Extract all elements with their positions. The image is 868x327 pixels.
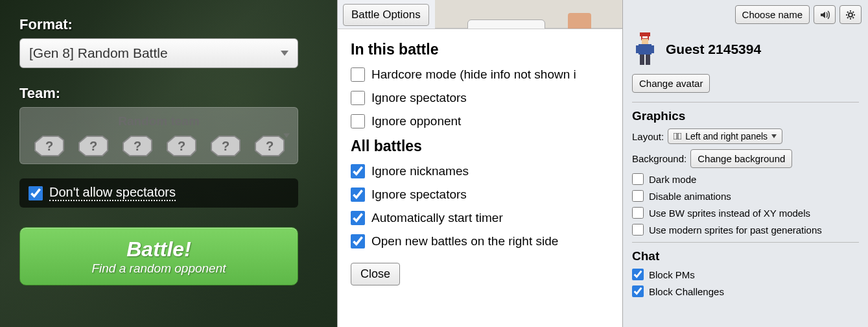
svg-point-6: [849, 13, 852, 17]
unknown-pokemon-icon: ?: [162, 131, 200, 158]
gear-icon: [845, 10, 856, 20]
sound-button[interactable]: [814, 5, 836, 24]
svg-rect-12: [650, 45, 654, 53]
battle-options-panel: Battle Options In this battle Hardcore m…: [337, 0, 622, 327]
svg-rect-9: [642, 39, 648, 44]
avatar: [632, 31, 658, 67]
svg-text:?: ?: [89, 139, 97, 153]
bw-sprites-checkbox[interactable]: [632, 207, 644, 219]
chevron-down-icon: [283, 134, 290, 138]
modern-sprites-checkbox[interactable]: [632, 224, 644, 236]
option-label: Ignore opponent: [371, 114, 461, 128]
option-row-bw-sprites[interactable]: Use BW sprites instead of XY models: [632, 207, 859, 219]
layout-row: Layout: Left and right panels: [632, 128, 859, 144]
team-select[interactable]: Random team ? ? ? ? ? ?: [19, 107, 298, 164]
option-label: Hardcore mode (hide info not shown i: [371, 67, 576, 82]
close-button[interactable]: Close: [351, 263, 400, 285]
auto-timer-checkbox[interactable]: [351, 211, 365, 225]
unknown-pokemon-icon: ?: [118, 131, 156, 158]
svg-text:?: ?: [45, 139, 53, 153]
divider: [632, 242, 859, 243]
change-avatar-button[interactable]: Change avatar: [632, 74, 710, 93]
svg-rect-13: [640, 54, 644, 65]
option-row-block-challenges[interactable]: Block Challenges: [632, 285, 859, 297]
option-label: Automatically start timer: [371, 211, 503, 225]
unknown-pokemon-icon: ?: [250, 131, 288, 158]
chat-heading: Chat: [632, 249, 859, 263]
option-label: Disable animations: [649, 191, 731, 202]
battle-button[interactable]: Battle! Find a random opponent: [19, 227, 298, 285]
ignore-nicknames-checkbox[interactable]: [351, 164, 365, 178]
unknown-pokemon-icon: ?: [206, 131, 244, 158]
ignore-opponent-checkbox[interactable]: [351, 114, 365, 128]
settings-button[interactable]: [839, 5, 862, 24]
username: Guest 2145394: [666, 42, 761, 57]
svg-rect-10: [639, 44, 651, 54]
layout-value: Left and right panels: [685, 131, 768, 141]
layout-label: Layout:: [632, 131, 664, 142]
change-background-button[interactable]: Change background: [690, 149, 792, 168]
disable-animations-checkbox[interactable]: [632, 190, 644, 202]
main-menu-panel: Format: [Gen 8] Random Battle Team: Rand…: [0, 0, 337, 327]
unknown-pokemon-icon: ?: [74, 131, 111, 158]
format-label: Format:: [19, 16, 318, 33]
background-row: Background: Change background: [632, 149, 859, 168]
option-label: Open new battles on the right side: [371, 234, 558, 248]
choose-name-button[interactable]: Choose name: [735, 5, 810, 24]
option-row-block-pms[interactable]: Block PMs: [632, 269, 859, 280]
no-spectators-label: Don't allow spectators: [49, 185, 176, 201]
block-pms-checkbox[interactable]: [632, 269, 644, 280]
chevron-down-icon: [281, 51, 288, 56]
battle-options-popup: In this battle Hardcore mode (hide info …: [338, 29, 622, 327]
no-spectators-row[interactable]: Don't allow spectators: [19, 178, 298, 208]
svg-rect-11: [636, 45, 640, 53]
option-label: Use BW sprites instead of XY models: [649, 208, 810, 219]
ignore-spectators-battle-checkbox[interactable]: [351, 91, 365, 105]
svg-text:?: ?: [134, 139, 141, 153]
svg-rect-16: [674, 133, 677, 139]
volume-icon: [819, 10, 830, 20]
option-row-disable-animations[interactable]: Disable animations: [632, 190, 859, 202]
option-label: Block Challenges: [649, 286, 724, 297]
panels-icon: [674, 133, 681, 139]
background-label: Background:: [632, 153, 686, 164]
svg-rect-14: [646, 54, 650, 65]
ignore-spectators-all-checkbox[interactable]: [351, 188, 365, 202]
format-select[interactable]: [Gen 8] Random Battle: [19, 38, 298, 68]
hardcore-checkbox[interactable]: [351, 67, 365, 82]
battle-options-button[interactable]: Battle Options: [343, 4, 429, 26]
option-row-modern-sprites[interactable]: Use modern sprites for past generations: [632, 224, 859, 236]
svg-text:?: ?: [222, 139, 229, 153]
right-side-checkbox[interactable]: [351, 234, 365, 248]
user-row: Guest 2145394: [632, 31, 859, 67]
chevron-down-icon: [771, 134, 777, 138]
in-this-battle-heading: In this battle: [351, 41, 609, 58]
no-spectators-checkbox[interactable]: [29, 186, 43, 200]
option-row-auto-timer[interactable]: Automatically start timer: [351, 211, 609, 225]
option-row-ignore-nicknames[interactable]: Ignore nicknames: [351, 164, 609, 178]
all-battles-heading: All battles: [351, 138, 609, 155]
option-label: Ignore spectators: [371, 91, 467, 105]
option-row-ignore-spectators-battle[interactable]: Ignore spectators: [351, 91, 609, 105]
battle-button-subtitle: Find a random opponent: [91, 261, 226, 276]
option-label: Dark mode: [649, 174, 696, 185]
option-row-ignore-opponent[interactable]: Ignore opponent: [351, 114, 609, 128]
divider: [632, 102, 859, 103]
option-label: Ignore spectators: [371, 188, 467, 202]
svg-rect-17: [678, 133, 681, 139]
option-row-hardcore[interactable]: Hardcore mode (hide info not shown i: [351, 67, 609, 82]
team-title: Random team: [29, 114, 288, 128]
option-row-dark-mode[interactable]: Dark mode: [632, 173, 859, 185]
svg-rect-8: [640, 32, 650, 36]
svg-text:?: ?: [178, 139, 185, 153]
option-row-right-side[interactable]: Open new battles on the right side: [351, 234, 609, 248]
graphics-heading: Graphics: [632, 109, 859, 123]
option-row-ignore-spectators-all[interactable]: Ignore spectators: [351, 188, 609, 202]
svg-text:?: ?: [266, 139, 274, 153]
unknown-pokemon-icon: ?: [30, 131, 67, 158]
layout-select[interactable]: Left and right panels: [668, 128, 782, 144]
option-label: Ignore nicknames: [371, 164, 469, 178]
dark-mode-checkbox[interactable]: [632, 173, 644, 185]
block-challenges-checkbox[interactable]: [632, 285, 644, 297]
battle-button-title: Battle!: [126, 237, 191, 261]
